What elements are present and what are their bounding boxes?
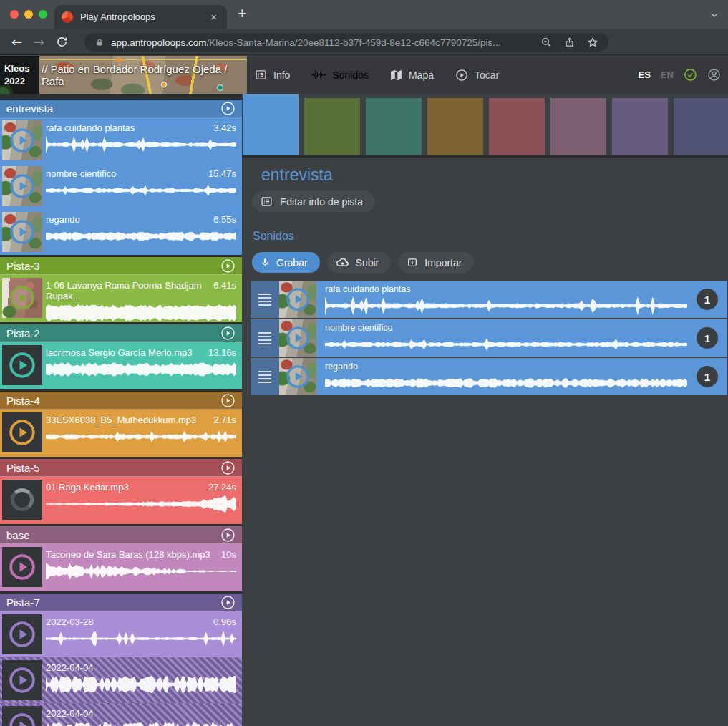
play-icon[interactable] — [286, 364, 310, 389]
sync-check-icon[interactable] — [684, 68, 697, 82]
reload-button[interactable] — [56, 36, 68, 48]
play-icon[interactable] — [286, 326, 310, 350]
sidebar-sound-row[interactable]: 1-06 Lavanya Rama Poorna Shadjam Rupak..… — [0, 275, 242, 322]
track-header[interactable]: Pista-2 — [0, 324, 242, 342]
play-icon[interactable] — [9, 553, 36, 581]
track-swatch-entrevista[interactable] — [243, 94, 299, 155]
sound-thumbnail[interactable] — [2, 480, 42, 520]
play-icon[interactable] — [286, 287, 310, 311]
sound-thumbnail[interactable] — [279, 358, 316, 395]
sidebar-sound-row[interactable]: 33ESX6038_B5_Muthedukkum.mp32.71s — [0, 410, 242, 457]
waveform[interactable] — [46, 629, 236, 648]
sound-thumbnail[interactable] — [2, 614, 42, 654]
account-icon[interactable] — [707, 68, 721, 82]
app-logo[interactable]: Kleos 2022 — [0, 56, 39, 94]
lang-en-button[interactable]: EN — [661, 69, 674, 80]
record-button[interactable]: Grabar — [252, 252, 320, 273]
track-swatch[interactable] — [674, 98, 728, 155]
track-header[interactable]: Pista-3 — [0, 257, 242, 275]
sound-thumbnail[interactable] — [2, 345, 42, 385]
address-bar[interactable]: app.antropoloops.com /Kleos-Santa-Marina… — [84, 33, 608, 52]
tab-tocar[interactable]: Tocar — [455, 69, 499, 82]
waveform[interactable] — [46, 181, 236, 200]
play-icon[interactable] — [9, 621, 36, 648]
track-header[interactable]: Pista-5 — [0, 459, 242, 477]
track-play-icon[interactable] — [220, 258, 236, 274]
waveform[interactable] — [325, 373, 687, 393]
drag-handle-icon[interactable] — [251, 319, 279, 357]
sidebar-sound-row[interactable]: 2022-04-04 — [0, 657, 242, 703]
waveform[interactable] — [46, 135, 236, 154]
minimize-window-button[interactable] — [24, 10, 33, 19]
forward-button[interactable]: → — [34, 34, 44, 49]
track-swatch[interactable] — [612, 98, 668, 155]
sound-thumbnail[interactable] — [2, 278, 42, 318]
edit-track-info-button[interactable]: Editar info de pista — [252, 191, 375, 212]
track-play-icon[interactable] — [220, 101, 236, 116]
sidebar-sound-row[interactable]: 01 Raga Kedar.mp327.24s — [0, 477, 242, 524]
zoom-out-icon[interactable] — [540, 37, 552, 48]
sound-thumbnail[interactable] — [2, 706, 42, 726]
track-play-icon[interactable] — [220, 460, 236, 475]
sound-thumbnail[interactable] — [2, 547, 42, 587]
sidebar-sound-row[interactable]: lacrimosa Sergio García Merlo.mp313.16s — [0, 342, 242, 389]
play-icon[interactable] — [9, 127, 35, 153]
track-swatch[interactable] — [304, 98, 360, 155]
track-swatch[interactable] — [489, 98, 545, 155]
track-header[interactable]: Pista-4 — [0, 392, 242, 410]
waveform[interactable] — [46, 304, 236, 322]
sidebar-sound-row[interactable]: 2022-04-04 — [0, 703, 242, 726]
sidebar-sound-row[interactable]: 2022-03-280.96s — [0, 611, 242, 657]
panel-sound-row[interactable]: rafa cuidando plantas 1 — [251, 281, 727, 318]
track-play-icon[interactable] — [220, 393, 236, 408]
panel-sound-row[interactable]: regando 1 — [251, 358, 727, 395]
tab-mapa[interactable]: Mapa — [390, 69, 434, 81]
tab-sonidos[interactable]: Sonidos — [311, 69, 369, 81]
close-window-button[interactable] — [10, 10, 19, 19]
sound-thumbnail[interactable] — [2, 166, 42, 206]
waveform[interactable] — [46, 675, 236, 694]
maximize-window-button[interactable] — [39, 10, 47, 19]
tab-info[interactable]: Info — [255, 69, 290, 81]
play-icon[interactable] — [9, 352, 36, 379]
panel-sound-row[interactable]: nombre cientifico 1 — [251, 319, 727, 357]
waveform[interactable] — [46, 721, 236, 726]
play-icon[interactable] — [9, 219, 35, 245]
upload-button[interactable]: Subir — [327, 252, 392, 273]
sound-thumbnail[interactable] — [2, 660, 42, 700]
back-button[interactable]: ← — [11, 34, 22, 49]
sound-thumbnail[interactable] — [279, 319, 316, 357]
browser-tab[interactable]: Play Antropoloops × — [54, 5, 227, 29]
play-icon[interactable] — [9, 173, 35, 199]
track-header[interactable]: entrevista — [0, 100, 242, 117]
waveform[interactable] — [46, 227, 236, 246]
play-icon[interactable] — [9, 667, 36, 694]
sound-thumbnail[interactable] — [279, 281, 316, 318]
tab-search-chevron-icon[interactable] — [709, 10, 719, 20]
track-play-icon[interactable] — [220, 595, 236, 610]
new-tab-button[interactable]: + — [238, 4, 247, 23]
waveform[interactable] — [46, 562, 236, 581]
waveform[interactable] — [46, 360, 236, 379]
lock-icon[interactable] — [95, 38, 104, 47]
sound-thumbnail[interactable] — [2, 120, 42, 160]
play-icon[interactable] — [9, 712, 36, 726]
waveform[interactable] — [46, 495, 236, 513]
waveform[interactable] — [325, 334, 687, 354]
bookmark-star-icon[interactable] — [587, 37, 598, 48]
track-header[interactable]: Pista-7 — [0, 594, 242, 611]
play-icon[interactable] — [9, 419, 36, 446]
drag-handle-icon[interactable] — [251, 281, 279, 318]
import-button[interactable]: Importar — [398, 252, 474, 273]
track-swatch[interactable] — [427, 98, 483, 155]
sound-thumbnail[interactable] — [2, 212, 42, 252]
lang-es-button[interactable]: ES — [639, 69, 651, 80]
track-header[interactable]: base — [0, 526, 242, 544]
track-play-icon[interactable] — [220, 326, 236, 341]
track-swatch[interactable] — [366, 98, 422, 155]
waveform[interactable] — [325, 296, 687, 316]
sidebar-sound-row[interactable]: nombre cientifico15.47s — [0, 163, 242, 209]
waveform[interactable] — [46, 427, 236, 446]
track-swatch[interactable] — [550, 98, 606, 155]
sidebar-sound-row[interactable]: regando6.55s — [0, 209, 242, 255]
